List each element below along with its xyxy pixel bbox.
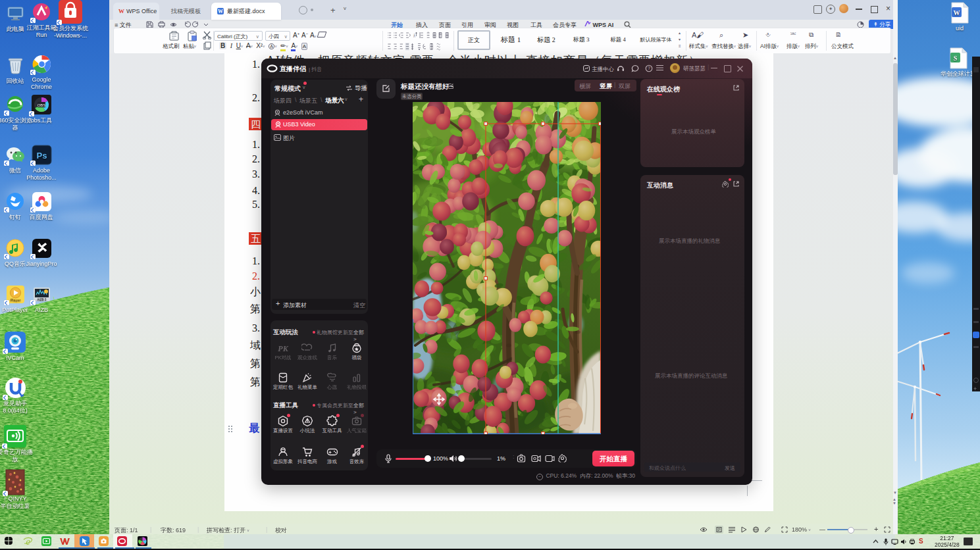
svg-text:OBS: OBS <box>38 103 46 107</box>
svg-text:Player: Player <box>10 298 20 302</box>
svg-text:W: W <box>218 9 223 14</box>
svg-text:A: A <box>413 32 415 38</box>
svg-text:W: W <box>954 9 960 16</box>
svg-text:S: S <box>954 55 958 62</box>
svg-text:AIZB 3: AIZB 3 <box>37 298 46 301</box>
svg-text:Ps: Ps <box>36 151 47 161</box>
